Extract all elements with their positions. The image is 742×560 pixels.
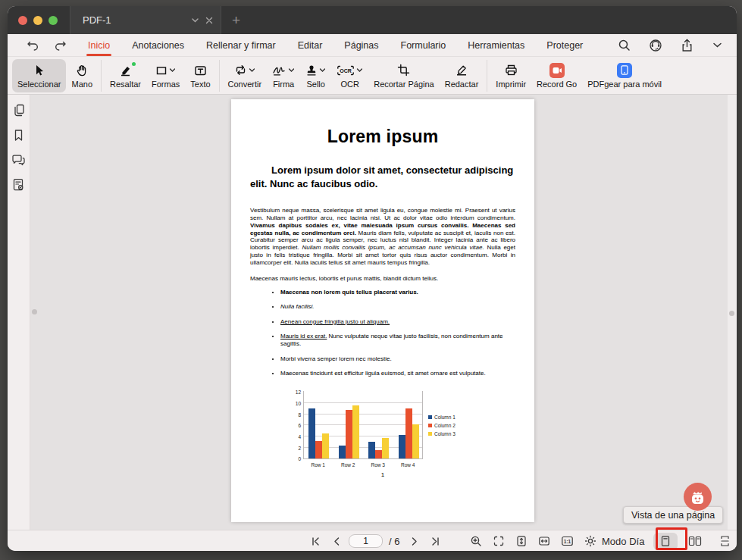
signature-icon xyxy=(272,64,286,77)
convert-tool-button[interactable]: Convertir xyxy=(223,59,268,92)
tab-inicio[interactable]: Inicio xyxy=(86,36,111,55)
comments-icon[interactable] xyxy=(11,154,26,166)
page-number: 1 xyxy=(250,471,515,478)
y-tick-label: 0 xyxy=(292,456,301,461)
share-icon[interactable] xyxy=(681,39,693,52)
traffic-lights xyxy=(18,16,61,25)
zoom-in-icon[interactable] xyxy=(467,532,485,550)
document-canvas[interactable]: Lorem ipsum Lorem ipsum dolor sit amet, … xyxy=(30,95,737,530)
shapes-tool-button[interactable]: Formas xyxy=(146,59,185,92)
collapse-toolbar-chevron-icon[interactable] xyxy=(712,41,723,49)
bar-column-1 xyxy=(399,435,405,459)
gridline xyxy=(304,414,422,415)
single-page-view-button[interactable] xyxy=(653,533,678,550)
toolbar-divider xyxy=(101,60,102,92)
bar-column-1 xyxy=(339,446,346,459)
record-go-icon xyxy=(549,63,565,78)
tab-anotaciones[interactable]: Anotaciones xyxy=(130,36,186,55)
fit-width-icon[interactable] xyxy=(535,532,553,550)
tab-chevron-down-icon[interactable] xyxy=(191,16,199,24)
pdfgear-mobile-button[interactable]: PDFgear para móvil xyxy=(582,59,667,92)
search-icon[interactable] xyxy=(618,39,631,52)
chart-y-axis: 024681012 xyxy=(293,391,303,459)
page-number-input[interactable] xyxy=(349,534,383,548)
bar-column-3 xyxy=(322,433,329,458)
y-tick-label: 2 xyxy=(292,446,301,451)
left-pane-resize-handle[interactable] xyxy=(32,309,37,314)
actual-size-icon[interactable]: 1:1 xyxy=(558,532,576,550)
document-tab[interactable]: PDF-1 xyxy=(70,6,221,34)
prev-page-icon[interactable] xyxy=(327,532,346,550)
legend-label: Column 1 xyxy=(434,415,456,420)
chart-legend: Column 1Column 2Column 3 xyxy=(428,391,456,459)
stamp-tool-button[interactable]: Sello xyxy=(300,59,331,92)
redact-tool-button[interactable]: Redactar xyxy=(440,59,484,92)
tab-formulario[interactable]: Formulario xyxy=(399,36,448,55)
ribbon-tabs: Inicio Anotaciones Rellenar y firmar Edi… xyxy=(86,36,584,55)
minimize-window-button[interactable] xyxy=(33,16,42,25)
two-page-view-icon xyxy=(688,535,702,547)
title-bar: PDF-1 + xyxy=(8,6,737,34)
last-page-icon[interactable] xyxy=(427,532,445,550)
convert-dropdown-chevron-icon xyxy=(249,67,255,74)
ocr-dropdown-chevron-icon xyxy=(356,67,363,74)
signatures-icon[interactable] xyxy=(12,178,25,192)
stamp-icon xyxy=(305,64,318,77)
tab-editar[interactable]: Editar xyxy=(296,36,324,55)
close-window-button[interactable] xyxy=(18,16,27,25)
tab-proteger[interactable]: Proteger xyxy=(545,36,584,55)
undo-icon[interactable] xyxy=(26,36,39,55)
toolbar-divider xyxy=(219,60,220,92)
continuous-view-button[interactable] xyxy=(712,533,737,550)
support-icon[interactable] xyxy=(649,39,662,52)
legend-label: Column 3 xyxy=(434,431,456,436)
legend-swatch xyxy=(428,424,432,427)
status-bar: / 6 1:1 xyxy=(8,530,737,551)
tooltip-text: Vista de una página xyxy=(631,510,715,521)
document-body-paragraph: Vestibulum neque massa, scelerisque sit … xyxy=(250,207,515,267)
next-page-icon[interactable] xyxy=(405,532,424,550)
signature-dropdown-chevron-icon xyxy=(288,67,295,74)
thumbnails-icon[interactable] xyxy=(12,104,25,117)
assistant-mascot-button[interactable] xyxy=(684,483,712,511)
text-tool-button[interactable]: Texto xyxy=(185,59,215,92)
crop-page-button[interactable]: Recortar Página xyxy=(368,59,440,92)
highlight-tool-button[interactable]: Resaltar xyxy=(105,59,146,92)
record-go-button[interactable]: Record Go xyxy=(531,59,582,92)
y-tick-label: 4 xyxy=(292,434,301,440)
zoom-window-button[interactable] xyxy=(49,16,58,25)
print-button[interactable]: Imprimir xyxy=(490,59,531,92)
pdf-page[interactable]: Lorem ipsum Lorem ipsum dolor sit amet, … xyxy=(231,99,534,522)
x-tick-label: Row 3 xyxy=(363,462,393,468)
fit-height-icon[interactable] xyxy=(512,532,531,550)
signature-tool-button[interactable]: Firma xyxy=(267,59,300,92)
bullet-item: Nulla facilisi. xyxy=(280,303,515,311)
document-tab-title: PDF-1 xyxy=(83,14,185,26)
stamp-dropdown-chevron-icon xyxy=(319,67,326,74)
bookmarks-icon[interactable] xyxy=(13,129,24,142)
bullet-item: Aenean congue fringilla justo ut aliquam… xyxy=(280,318,515,326)
y-tick-label: 6 xyxy=(292,423,301,428)
bar-column-2 xyxy=(346,410,352,459)
fit-page-icon[interactable] xyxy=(490,532,508,550)
printer-icon xyxy=(505,63,518,78)
ocr-tool-button[interactable]: OCR OCR xyxy=(331,59,368,92)
new-tab-button[interactable]: + xyxy=(232,13,240,27)
day-mode-toggle[interactable]: Modo Día xyxy=(602,536,644,547)
bar-column-3 xyxy=(352,405,359,458)
select-tool-button[interactable]: Seleccionar xyxy=(12,59,66,92)
two-page-view-button[interactable] xyxy=(683,533,707,550)
toolbar: Seleccionar Mano Resaltar xyxy=(8,57,737,95)
hand-tool-button[interactable]: Mano xyxy=(66,59,98,92)
tab-close-icon[interactable] xyxy=(205,17,213,24)
x-tick-label: Row 1 xyxy=(303,462,333,468)
right-pane-resize-handle[interactable] xyxy=(729,311,734,316)
tab-paginas[interactable]: Páginas xyxy=(343,36,380,55)
tab-herramientas[interactable]: Herramientas xyxy=(466,36,526,55)
tab-rellenar-y-firmar[interactable]: Rellenar y firmar xyxy=(205,36,277,55)
document-title: Lorem ipsum xyxy=(250,127,515,147)
left-panel-rail xyxy=(8,95,30,530)
first-page-icon[interactable] xyxy=(306,532,324,550)
redo-icon[interactable] xyxy=(53,36,67,55)
bar-column-1 xyxy=(308,408,315,459)
